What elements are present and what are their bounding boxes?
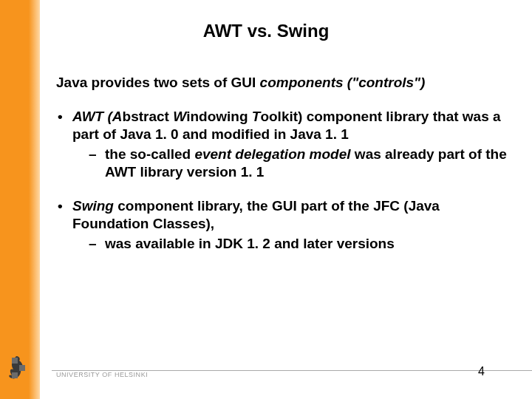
slide-sidebar bbox=[0, 0, 40, 399]
text-segment: AWT ( bbox=[72, 109, 112, 124]
sub-bullet-list: the so-called event delegation model was… bbox=[89, 146, 507, 181]
slide-title: AWT vs. Swing bbox=[0, 21, 532, 41]
sub-bullet-item: was available in JDK 1. 2 and later vers… bbox=[89, 235, 507, 253]
bullet-item: AWT (Abstract Windowing Toolkit) compone… bbox=[56, 108, 507, 181]
lead-line: Java provides two sets of GUI components… bbox=[56, 74, 507, 92]
university-logo bbox=[6, 355, 47, 386]
page-number: 4 bbox=[478, 365, 485, 378]
logo-square-icon bbox=[12, 372, 18, 378]
lead-emphasis: components ("controls") bbox=[260, 75, 426, 90]
text-segment: the so-called bbox=[105, 146, 194, 162]
text-segment: component library, the GUI part of the J… bbox=[72, 198, 440, 231]
text-segment: event delegation model bbox=[194, 146, 350, 162]
text-segment: W bbox=[173, 109, 186, 124]
logo-square-icon bbox=[12, 358, 18, 364]
university-name: UNIVERSITY OF HELSINKI bbox=[56, 371, 148, 378]
text-segment: was available in JDK 1. 2 and later vers… bbox=[105, 236, 395, 251]
bullet-list: AWT (Abstract Windowing Toolkit) compone… bbox=[56, 108, 507, 253]
text-segment: indowing bbox=[186, 109, 252, 124]
bullet-item: Swing component library, the GUI part of… bbox=[56, 197, 507, 253]
text-segment: A bbox=[112, 109, 123, 124]
text-segment: T bbox=[252, 109, 261, 124]
sub-bullet-list: was available in JDK 1. 2 and later vers… bbox=[89, 235, 507, 253]
text-segment: Swing bbox=[72, 198, 114, 214]
lead-prefix: Java provides two sets of GUI bbox=[56, 75, 260, 90]
slide-body: Java provides two sets of GUI components… bbox=[56, 74, 507, 269]
text-segment: bstract bbox=[123, 109, 174, 124]
logo-square-icon bbox=[19, 365, 25, 371]
sub-bullet-item: the so-called event delegation model was… bbox=[89, 146, 507, 181]
